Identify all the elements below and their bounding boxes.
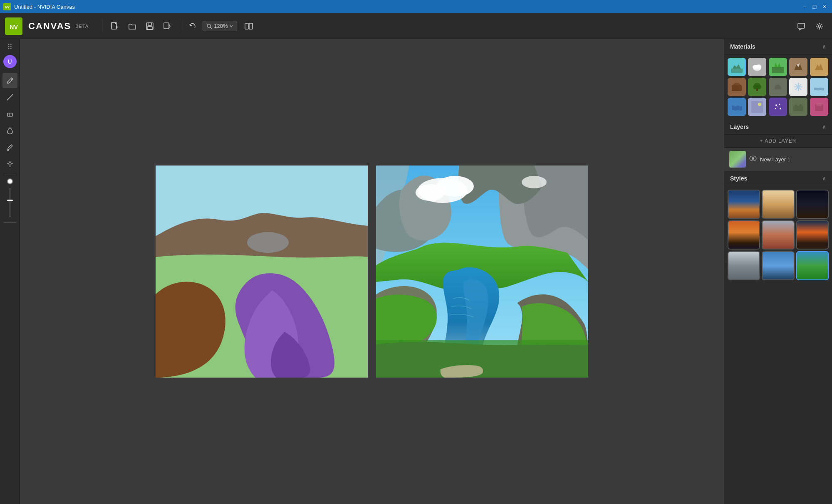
nvidia-logo-icon: NV (3, 3, 11, 10)
settings-button[interactable] (812, 19, 827, 34)
zoom-control[interactable]: 120% (203, 21, 237, 31)
style-desert-preview (763, 190, 793, 218)
materials-header: Materials ∧ (724, 39, 832, 54)
material-pink-icon (813, 101, 825, 113)
fill-tool-button[interactable] (2, 123, 17, 138)
material-cloud-icon (751, 61, 763, 73)
nvidia-logo-large-icon: NV (5, 17, 22, 35)
svg-point-33 (756, 64, 761, 69)
svg-point-48 (775, 104, 777, 106)
styles-grid (724, 186, 832, 284)
layer-thumb-inner (729, 151, 746, 168)
material-rock[interactable] (769, 78, 787, 96)
pan-tool-button[interactable] (2, 156, 17, 171)
brush-tool-button[interactable] (2, 73, 17, 88)
eyedropper-tool-button[interactable] (2, 140, 17, 155)
chat-button[interactable] (794, 19, 809, 34)
svg-rect-54 (817, 103, 822, 106)
compare-button[interactable] (241, 19, 256, 34)
layers-collapse-button[interactable]: ∧ (822, 124, 826, 130)
layer-visibility-button[interactable] (749, 156, 757, 163)
material-ground-icon (792, 101, 804, 113)
undo-button[interactable] (185, 19, 200, 34)
material-sparkle[interactable] (769, 98, 787, 116)
material-water[interactable] (728, 98, 746, 116)
right-panel: Materials ∧ (724, 39, 832, 504)
material-sand[interactable] (810, 58, 828, 76)
color-swatch[interactable] (7, 178, 13, 184)
layer-item[interactable]: New Layer 1 (724, 148, 832, 171)
style-item-green-valley[interactable] (796, 251, 829, 280)
slider-thumb (7, 200, 13, 201)
svg-rect-8 (148, 23, 151, 25)
svg-rect-30 (731, 69, 743, 73)
materials-grid (724, 54, 832, 119)
material-sky[interactable] (728, 58, 746, 76)
style-item-blue-mountain[interactable] (728, 190, 760, 219)
style-item-misty-mountain[interactable] (728, 251, 760, 280)
eraser-tool-button[interactable] (2, 106, 17, 121)
style-blue-lake-preview (763, 252, 793, 279)
material-sky2-icon (751, 101, 763, 113)
material-pink[interactable] (810, 98, 828, 116)
titlebar: NV Untitled - NVIDIA Canvas − □ × (0, 0, 832, 13)
segmentation-canvas[interactable] (156, 166, 368, 378)
toolbar: NV CANVAS BETA (0, 13, 832, 39)
svg-rect-9 (147, 27, 152, 30)
material-bush[interactable] (748, 78, 766, 96)
style-item-blue-lake[interactable] (762, 251, 794, 280)
close-button[interactable]: × (820, 2, 829, 11)
settings-icon (815, 22, 824, 31)
titlebar-controls: − □ × (800, 2, 829, 11)
material-mountain[interactable] (789, 58, 807, 76)
export-button[interactable] (160, 19, 175, 34)
style-red-rock-preview (763, 221, 793, 249)
style-item-sunset-orange[interactable] (728, 220, 760, 250)
user-avatar[interactable]: U (3, 55, 17, 68)
materials-collapse-button[interactable]: ∧ (822, 43, 826, 50)
save-icon (145, 22, 154, 31)
main-content: ⠿ U (0, 39, 832, 504)
material-ground[interactable] (789, 98, 807, 116)
material-water-light[interactable] (810, 78, 828, 96)
styles-title: Styles (730, 175, 747, 182)
add-layer-button[interactable]: + ADD LAYER (724, 135, 832, 148)
minimize-button[interactable]: − (800, 2, 809, 11)
material-snow[interactable] (789, 78, 807, 96)
material-sand-icon (813, 61, 825, 73)
styles-section: Styles ∧ (724, 171, 832, 284)
material-water-wave-icon (731, 101, 743, 113)
style-item-desert[interactable] (762, 190, 794, 219)
eye-icon (749, 156, 757, 161)
sidebar-separator (4, 175, 16, 175)
svg-text:NV: NV (5, 5, 10, 9)
zoom-icon (206, 23, 212, 29)
material-bush-icon (751, 81, 763, 93)
svg-point-17 (818, 25, 821, 27)
new-button[interactable] (107, 19, 122, 34)
line-tool-button[interactable] (2, 90, 17, 105)
material-grass-icon (772, 61, 784, 73)
style-item-dark-arch[interactable] (796, 190, 829, 219)
material-sky2[interactable] (748, 98, 766, 116)
left-sidebar: ⠿ U (0, 39, 20, 504)
styles-collapse-button[interactable]: ∧ (822, 175, 826, 182)
brush-size-slider[interactable] (10, 186, 10, 219)
svg-point-47 (758, 103, 761, 106)
open-button[interactable] (125, 19, 140, 34)
zoom-value: 120% (214, 23, 228, 29)
maximize-button[interactable]: □ (810, 2, 819, 11)
svg-rect-14 (249, 23, 253, 29)
toolbar-separator-2 (180, 20, 180, 33)
material-dirt[interactable] (728, 78, 746, 96)
rendered-canvas[interactable] (376, 166, 588, 378)
material-dirt-icon (731, 81, 743, 93)
style-item-red-rock[interactable] (762, 220, 794, 250)
material-grass[interactable] (769, 58, 787, 76)
material-cloud[interactable] (748, 58, 766, 76)
style-item-ocean-sunset[interactable] (796, 220, 829, 250)
svg-line-12 (210, 27, 212, 29)
line-icon (6, 93, 14, 101)
save-button[interactable] (142, 19, 157, 34)
window-title: Untitled - NVIDIA Canvas (14, 4, 75, 10)
